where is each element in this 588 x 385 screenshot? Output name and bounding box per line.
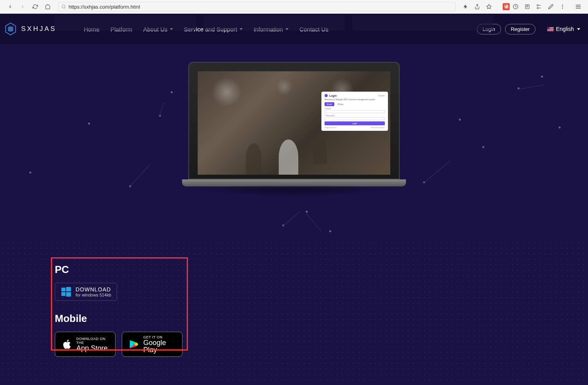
menu-icon[interactable] [575,3,582,10]
google-play-icon [128,339,139,350]
login-submit-button[interactable]: Login [325,121,385,125]
browser-toolbar: https://sxhjas.com/platform.html 译 [0,0,588,14]
svg-point-6 [562,6,563,7]
svg-point-0 [62,5,65,8]
edit-icon[interactable] [547,3,554,10]
world-map-dots [0,240,588,380]
apple-icon [61,339,72,350]
app-icon [325,94,328,97]
screenshot-icon[interactable] [536,3,543,10]
home-button[interactable] [44,3,51,10]
reader-icon[interactable] [524,3,531,10]
google-play-button[interactable]: GET IT ON Google Play [122,332,182,357]
login-lang: English [379,94,385,97]
share-icon[interactable] [474,3,481,10]
back-button[interactable] [7,3,14,10]
tab-email[interactable]: Email [325,102,334,106]
logo-icon [4,22,17,36]
windows-icon [61,286,72,297]
translate-icon[interactable]: 译 [503,3,510,10]
login-title: Login [329,94,337,97]
star-icon[interactable] [485,3,492,10]
play-bottom-text: Google Play [143,339,176,353]
svg-point-7 [562,8,563,9]
tab-phone[interactable]: Phone [335,102,346,106]
address-bar[interactable]: https://sxhjas.com/platform.html [58,2,456,11]
svg-point-4 [537,7,539,9]
password-field[interactable] [325,117,385,120]
email-field[interactable] [325,110,385,113]
forward-button[interactable] [19,3,26,10]
reload-button[interactable] [32,3,39,10]
svg-point-3 [537,5,539,6]
hero-section: Login English Welcome to Shangfa CRN Cus… [0,44,588,240]
more-icon[interactable] [559,3,566,10]
lightning-icon[interactable] [462,3,469,10]
url-text: https://sxhjas.com/platform.html [69,4,140,10]
login-welcome: Welcome to Shangfa CRN Customer manageme… [325,98,385,101]
svg-rect-11 [66,292,71,296]
pc-heading: PC [55,264,533,276]
download-title: DOWNLOAD [76,286,111,293]
appstore-top-text: DOWNLOAD ON THE [76,337,109,345]
mobile-heading: Mobile [55,313,533,325]
downloads-section: PC DOWNLOAD for windows 514kb Mobile DOW… [0,240,588,380]
svg-point-5 [562,5,563,5]
svg-rect-10 [61,292,66,296]
appstore-bottom-text: App Store [76,345,109,352]
svg-rect-9 [66,287,71,291]
history-icon[interactable] [512,3,519,10]
login-panel: Login English Welcome to Shangfa CRN Cus… [321,92,388,131]
label-password: * Password [325,114,385,117]
app-store-button[interactable]: DOWNLOAD ON THE App Store [55,332,115,357]
download-subtitle: for windows 514kb [76,293,111,297]
register-link[interactable]: Click on the register [371,127,385,128]
flag-icon [547,27,554,31]
laptop-mockup: Login English Welcome to Shangfa CRN Cus… [188,62,400,196]
top-cards-strip [0,15,588,31]
svg-rect-8 [61,288,66,292]
download-windows-button[interactable]: DOWNLOAD for windows 514kb [55,283,117,301]
label-email: * Email [325,107,385,110]
forgot-password-link[interactable]: Forgot password [325,127,336,128]
